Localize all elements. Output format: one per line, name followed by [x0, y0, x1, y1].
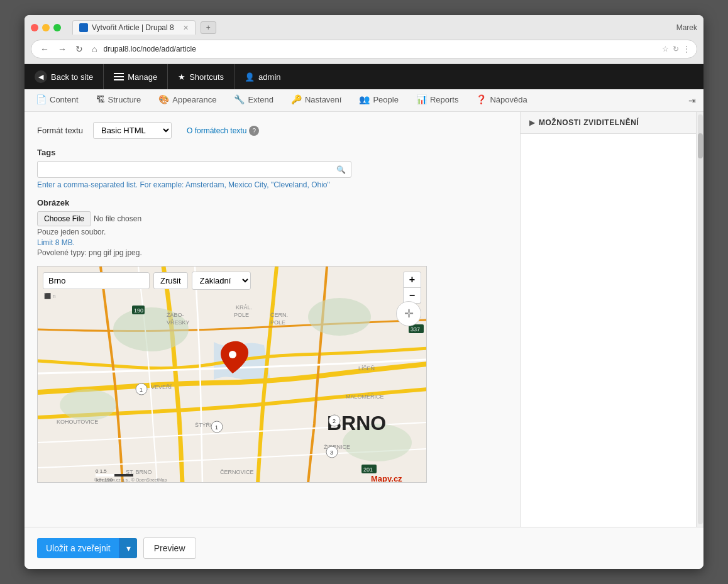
- tags-input[interactable]: [43, 165, 336, 174]
- map-type-select[interactable]: Základní Satelitní Turistická: [192, 272, 251, 290]
- back-to-site-button[interactable]: ◀ Back to site: [25, 64, 104, 89]
- help-icon[interactable]: ?: [249, 126, 259, 136]
- shortcuts-button[interactable]: ★ Shortcuts: [168, 64, 234, 89]
- extend-label: Extend: [248, 95, 273, 104]
- save-publish-button[interactable]: Uložit a zveřejnit: [37, 538, 119, 558]
- map-compass[interactable]: ✛: [396, 301, 421, 326]
- svg-text:3: 3: [330, 449, 333, 456]
- sidebar-header[interactable]: ▶ MOŽNOSTI ZVIDITELNĚNÍ: [521, 112, 696, 134]
- preview-button[interactable]: Preview: [143, 537, 196, 559]
- maximize-button[interactable]: [53, 24, 61, 31]
- nav-content[interactable]: 📄 Content: [27, 89, 87, 111]
- map-container[interactable]: KOHOUTOVICE ST. BRNO ČERNOVICE ŽIDENICE …: [37, 266, 427, 483]
- sidebar-arrow-icon: ▶: [529, 118, 535, 127]
- nav-people[interactable]: 👥 People: [350, 89, 407, 111]
- manage-label: Manage: [128, 72, 157, 82]
- browser-tab[interactable]: Vytvořit Article | Drupal 8 ✕: [72, 20, 196, 35]
- nav-extend[interactable]: 🔧 Extend: [225, 89, 282, 111]
- svg-point-3: [60, 389, 116, 421]
- nav-nastaveni[interactable]: 🔑 Nastavení: [282, 89, 351, 111]
- nastaveni-icon: 🔑: [291, 94, 302, 104]
- reports-label: Reports: [430, 95, 459, 104]
- structure-icon: 🏗: [96, 94, 105, 104]
- admin-label: admin: [258, 72, 280, 82]
- tab-favicon: [79, 23, 88, 32]
- address-text: drupal8.loc/node/add/article: [103, 45, 658, 53]
- nav-collapse-button[interactable]: ⇥: [683, 91, 701, 111]
- content-label: Content: [50, 95, 79, 104]
- nav-appearance[interactable]: 🎨 Appearance: [150, 89, 225, 111]
- format-selector-row: Formát textu Basic HTML Full HTML Plain …: [37, 122, 507, 139]
- admin-button[interactable]: 👤 admin: [234, 64, 290, 89]
- minimize-button[interactable]: [42, 24, 50, 31]
- svg-text:VEVEŘÍ: VEVEŘÍ: [151, 384, 172, 390]
- svg-point-36: [229, 351, 236, 358]
- map-search-input[interactable]: [43, 272, 150, 289]
- map-svg: KOHOUTOVICE ST. BRNO ČERNOVICE ŽIDENICE …: [38, 267, 427, 483]
- svg-text:VŘESKY: VŘESKY: [167, 319, 190, 326]
- browser-user: Marek: [676, 23, 697, 32]
- reload-button[interactable]: ↻: [73, 43, 85, 55]
- back-icon: ◀: [35, 70, 47, 83]
- people-label: People: [373, 95, 398, 104]
- address-bar[interactable]: ← → ↻ ⌂ drupal8.loc/node/add/article ☆ ↻…: [31, 40, 697, 58]
- obr-label: Obrázek: [37, 198, 507, 207]
- svg-text:MALOMĚŘICE: MALOMĚŘICE: [346, 394, 384, 400]
- scrollbar[interactable]: [696, 112, 703, 527]
- zoom-in-button[interactable]: +: [403, 272, 421, 288]
- map-cancel-button[interactable]: Zrušit: [153, 272, 188, 289]
- svg-text:337: 337: [411, 326, 420, 333]
- save-dropdown-button[interactable]: ▾: [119, 538, 137, 558]
- tags-label: Tags: [37, 148, 507, 157]
- svg-text:201: 201: [363, 466, 373, 473]
- star-icon[interactable]: ☆: [662, 45, 669, 53]
- browser-window: Vytvořit Article | Drupal 8 ✕ + Marek ← …: [25, 15, 703, 569]
- compass-icon: ✛: [404, 307, 414, 321]
- obr-section: Obrázek Choose File No file chosen Pouze…: [37, 198, 507, 257]
- nav-structure[interactable]: 🏗 Structure: [87, 89, 150, 111]
- forward-nav-button[interactable]: →: [55, 43, 69, 55]
- svg-text:KOHOUTOVICE: KOHOUTOVICE: [57, 419, 98, 425]
- svg-text:1: 1: [140, 387, 143, 393]
- file-hint1: Pouze jeden soubor.: [37, 228, 507, 236]
- extend-icon: 🔧: [234, 94, 245, 104]
- main-content: Formát textu Basic HTML Full HTML Plain …: [25, 112, 520, 527]
- nav-reports[interactable]: 📊 Reports: [407, 89, 468, 111]
- home-button[interactable]: ⌂: [89, 43, 99, 55]
- close-button[interactable]: [31, 24, 38, 31]
- choose-file-button[interactable]: Choose File: [37, 211, 91, 226]
- tags-search-icon: 🔍: [336, 165, 346, 174]
- svg-text:ŽABO-: ŽABO-: [167, 312, 184, 318]
- secondary-nav: 📄 Content 🏗 Structure 🎨 Appearance 🔧 Ext…: [25, 89, 703, 112]
- no-file-text: No file chosen: [94, 214, 141, 223]
- tab-close-icon[interactable]: ✕: [183, 24, 189, 32]
- svg-text:1: 1: [215, 424, 218, 431]
- shortcuts-label: Shortcuts: [189, 72, 224, 82]
- napoveda-label: Nápověda: [490, 95, 527, 104]
- svg-text:Mapy.cz: Mapy.cz: [371, 474, 402, 483]
- content-icon: 📄: [36, 94, 47, 104]
- traffic-lights: [31, 24, 61, 31]
- format-label: Formát textu: [37, 126, 83, 135]
- manage-button[interactable]: Manage: [104, 64, 168, 89]
- svg-text:KRÁL.: KRÁL.: [236, 304, 252, 311]
- svg-rect-38: [96, 474, 114, 477]
- hamburger-icon: [114, 73, 124, 80]
- scrollbar-thumb[interactable]: [698, 133, 703, 158]
- map-controls: Zrušit Základní Satelitní Turistická: [43, 272, 421, 290]
- nav-napoveda[interactable]: ❓ Nápověda: [467, 89, 536, 111]
- menu-icon[interactable]: ⋮: [683, 45, 690, 53]
- napoveda-icon: ❓: [476, 94, 487, 104]
- format-link[interactable]: O formátech textu: [187, 126, 246, 135]
- scrollbar-track: [698, 114, 703, 524]
- back-nav-button[interactable]: ←: [38, 43, 52, 55]
- format-select[interactable]: Basic HTML Full HTML Plain text: [93, 122, 172, 139]
- file-input-row: Choose File No file chosen: [37, 211, 507, 226]
- new-tab-button[interactable]: +: [201, 21, 216, 34]
- refresh-icon[interactable]: ↻: [673, 45, 679, 53]
- svg-point-2: [308, 298, 371, 336]
- svg-text:190: 190: [134, 307, 143, 314]
- svg-text:2: 2: [333, 418, 336, 424]
- svg-text:POLE: POLE: [270, 319, 285, 326]
- back-to-site-label: Back to site: [51, 72, 93, 82]
